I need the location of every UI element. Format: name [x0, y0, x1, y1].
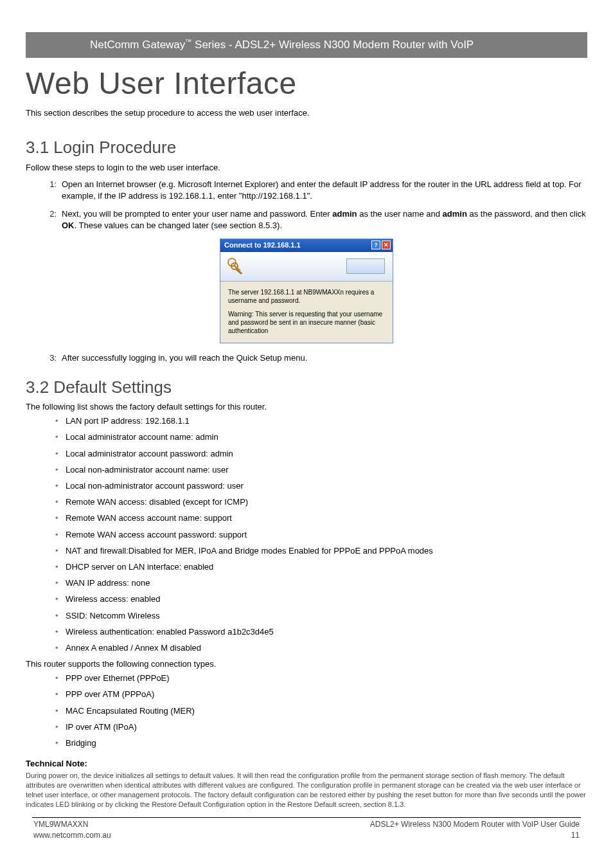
footer-guide-title: ADSL2+ Wireless N300 Modem Router with V…: [370, 819, 580, 830]
trademark-symbol: ™: [185, 38, 191, 45]
list-item: NAT and firewall:Disabled for MER, IPoA …: [55, 545, 587, 557]
page-title: Web User Interface: [26, 62, 587, 105]
intro-text: This section describes the setup procedu…: [26, 107, 587, 119]
list-item: PPP over ATM (PPPoA): [55, 689, 587, 700]
technical-note-body: During power on, the device initializes …: [26, 771, 587, 809]
step-2-admin-user: admin: [332, 209, 357, 219]
section-3-2-lead: The following list shows the factory def…: [26, 401, 587, 413]
step-number: 2:: [45, 208, 62, 231]
list-item: IP over ATM (IPoA): [55, 721, 587, 733]
step-2: 2: Next, you will be prompted to enter y…: [45, 208, 587, 231]
list-item: Local administrator account name: admin: [55, 431, 587, 443]
dialog-line-1: The server 192.168.1.1 at NB9WMAXXn requ…: [228, 288, 385, 305]
step-number: 3:: [45, 352, 62, 364]
list-item: SSID: Netcomm Wireless: [55, 610, 587, 622]
step-2-ok: OK: [62, 221, 75, 230]
step-body: Open an Internet browser (e.g. Microsoft…: [62, 179, 587, 202]
step-number: 1:: [45, 179, 62, 202]
list-item: Annex A enabled / Annex M disabled: [55, 642, 587, 654]
page-header-bar: NetComm Gateway™ Series - ADSL2+ Wireles…: [26, 32, 587, 58]
list-item: Local non-administrator account password…: [55, 480, 587, 492]
connection-types-lead: This router supports the following conne…: [26, 658, 587, 670]
keys-icon: [226, 256, 247, 278]
globe-banner-icon: [346, 258, 385, 274]
technical-note-heading: Technical Note:: [26, 758, 587, 770]
list-item: LAN port IP address: 192.168.1.1: [55, 415, 587, 427]
page-footer: YML9WMAXXN www.netcomm.com.au ADSL2+ Wir…: [26, 817, 587, 841]
footer-rule: [32, 817, 581, 818]
list-item: Bridging: [55, 737, 587, 749]
step-2-t4: . These values can be changed later (see…: [75, 221, 283, 230]
header-brand-suffix: Series - ADSL2+ Wireless N300 Modem Rout…: [191, 39, 474, 51]
step-1: 1: Open an Internet browser (e.g. Micros…: [45, 179, 587, 202]
dialog-titlebar: Connect to 192.168.1.1 ? ✕: [220, 239, 393, 252]
list-item: PPP over Ethernet (PPPoE): [55, 673, 587, 684]
step-2-t1: Next, you will be prompted to enter your…: [62, 209, 332, 219]
list-item: Local non-administrator account name: us…: [55, 464, 587, 476]
list-item: Wireless access: enabled: [55, 593, 587, 605]
dialog-title-text: Connect to 192.168.1.1: [224, 240, 301, 250]
section-3-2-heading: 3.2 Default Settings: [26, 375, 587, 399]
footer-url: www.netcomm.com.au: [33, 830, 111, 841]
list-item: Remote WAN access account password: supp…: [55, 529, 587, 541]
list-item: MAC Encapsulated Routing (MER): [55, 705, 587, 717]
list-item: Remote WAN access account name: support: [55, 512, 587, 524]
list-item: DHCP server on LAN interface: enabled: [55, 561, 587, 573]
step-body: After successfully logging in, you will …: [62, 352, 587, 364]
list-item: Wireless authentication: enabled Passwor…: [55, 626, 587, 638]
list-item: Local administrator account password: ad…: [55, 448, 587, 460]
header-brand-prefix: NetComm Gateway: [90, 39, 185, 51]
login-steps-cont: 3: After successfully logging in, you wi…: [45, 352, 587, 364]
section-3-1-lead: Follow these steps to login to the web u…: [26, 162, 587, 174]
login-steps: 1: Open an Internet browser (e.g. Micros…: [45, 179, 587, 232]
default-settings-list: LAN port IP address: 192.168.1.1Local ad…: [55, 415, 587, 654]
step-3: 3: After successfully logging in, you wi…: [45, 352, 587, 364]
auth-dialog-screenshot: Connect to 192.168.1.1 ? ✕ The server 19…: [26, 239, 587, 343]
step-2-admin-pass: admin: [443, 209, 467, 219]
connection-types-list: PPP over Ethernet (PPPoE)PPP over ATM (P…: [55, 673, 587, 749]
step-body: Next, you will be prompted to enter your…: [62, 208, 587, 231]
section-3-1-heading: 3.1 Login Procedure: [26, 136, 587, 159]
dialog-banner: [220, 252, 393, 282]
list-item: WAN IP address: none: [55, 577, 587, 589]
footer-page-number: 11: [370, 830, 580, 841]
dialog-body: The server 192.168.1.1 at NB9WMAXXn requ…: [220, 282, 393, 343]
help-icon: ?: [371, 240, 380, 249]
dialog-line-2: Warning: This server is requesting that …: [228, 310, 385, 335]
list-item: Remote WAN access: disabled (except for …: [55, 496, 587, 508]
step-2-t3: as the password, and then click: [467, 209, 586, 219]
auth-dialog: Connect to 192.168.1.1 ? ✕ The server 19…: [220, 239, 393, 343]
footer-model: YML9WMAXXN: [33, 819, 111, 830]
close-icon: ✕: [382, 240, 391, 249]
step-2-t2: as the user name and: [357, 209, 443, 219]
